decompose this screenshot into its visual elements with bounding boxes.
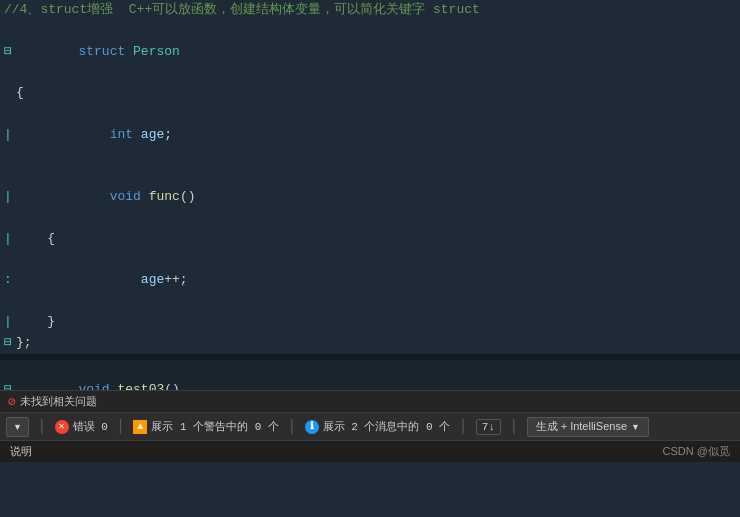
line-gutter: | bbox=[4, 125, 16, 146]
code-line: | int age; bbox=[0, 104, 740, 166]
line-gutter: | bbox=[4, 187, 16, 208]
status-toolbar: ▼ | ✕ 错误 0 | ▲ 展示 1 个警告中的 0 个 | ℹ 展示 2 个… bbox=[0, 412, 740, 440]
footer-right-label: CSDN @似觅 bbox=[663, 444, 730, 459]
footer-left-label: 说明 bbox=[10, 444, 32, 459]
line-content: age++; bbox=[16, 250, 740, 312]
filter-item[interactable]: 7↓ bbox=[476, 419, 501, 435]
build-label: 生成 + IntelliSense bbox=[536, 419, 627, 434]
code-line: | void func() bbox=[0, 166, 740, 228]
separator: | bbox=[509, 418, 519, 436]
separator: | bbox=[458, 418, 468, 436]
line-gutter: | bbox=[4, 312, 16, 333]
line-content: void func() bbox=[16, 166, 740, 228]
code-line: : age++; bbox=[0, 250, 740, 312]
code-line: | { bbox=[0, 229, 740, 250]
comment-line: //4、struct增强 C++可以放函数，创建结构体变量，可以简化关键字 st… bbox=[0, 0, 740, 21]
line-content: }; bbox=[16, 333, 740, 354]
line-content: int age; bbox=[16, 104, 740, 166]
code-line: { bbox=[0, 83, 740, 104]
separator: | bbox=[287, 418, 297, 436]
line-content: void test03() bbox=[16, 360, 740, 390]
fold-indicator[interactable]: ⊟ bbox=[4, 42, 16, 63]
struct-block: ⊟ struct Person { | int age; | void func… bbox=[0, 21, 740, 354]
fold-indicator[interactable]: ⊟ bbox=[4, 380, 16, 390]
no-issues-bar: ⊘ 未找到相关问题 bbox=[0, 390, 740, 412]
separator: | bbox=[116, 418, 126, 436]
line-content: { bbox=[16, 229, 740, 250]
errors-label: 错误 0 bbox=[73, 419, 108, 434]
func-block: ⊟ void test03() { | Person p; | p.age = … bbox=[0, 360, 740, 390]
filter-icon: 7↓ bbox=[482, 421, 495, 433]
warn-icon: ▲ bbox=[133, 420, 147, 434]
code-line: ⊟ void test03() bbox=[0, 360, 740, 390]
footer-bar: 说明 CSDN @似觅 bbox=[0, 440, 740, 462]
code-line: ⊟ struct Person bbox=[0, 21, 740, 83]
warnings-item: ▲ 展示 1 个警告中的 0 个 bbox=[133, 419, 279, 434]
line-content: struct Person bbox=[16, 21, 740, 83]
fold-indicator bbox=[4, 83, 16, 104]
code-line: ⊟ }; bbox=[0, 333, 740, 354]
messages-item: ℹ 展示 2 个消息中的 0 个 bbox=[305, 419, 451, 434]
build-button[interactable]: 生成 + IntelliSense ▼ bbox=[527, 417, 649, 437]
editor-container: //4、struct增强 C++可以放函数，创建结构体变量，可以简化关键字 st… bbox=[0, 0, 740, 390]
line-content: { bbox=[16, 83, 740, 104]
line-gutter: | bbox=[4, 229, 16, 250]
comment-text: //4、struct增强 C++可以放函数，创建结构体变量，可以简化关键字 st… bbox=[4, 0, 480, 21]
errors-item: ✕ 错误 0 bbox=[55, 419, 108, 434]
line-content: } bbox=[16, 312, 740, 333]
separator: | bbox=[37, 418, 47, 436]
chevron-down-icon: ▼ bbox=[631, 422, 640, 432]
config-dropdown[interactable]: ▼ bbox=[6, 417, 29, 437]
info-icon: ℹ bbox=[305, 420, 319, 434]
line-gutter: : bbox=[4, 270, 16, 291]
fold-indicator: ⊟ bbox=[4, 333, 16, 354]
no-issues-text: 未找到相关问题 bbox=[20, 394, 97, 409]
code-line: | } bbox=[0, 312, 740, 333]
no-issues-icon: ⊘ bbox=[8, 394, 16, 410]
warnings-label: 展示 1 个警告中的 0 个 bbox=[151, 419, 279, 434]
error-icon: ✕ bbox=[55, 420, 69, 434]
messages-label: 展示 2 个消息中的 0 个 bbox=[323, 419, 451, 434]
chevron-down-icon: ▼ bbox=[13, 422, 22, 432]
